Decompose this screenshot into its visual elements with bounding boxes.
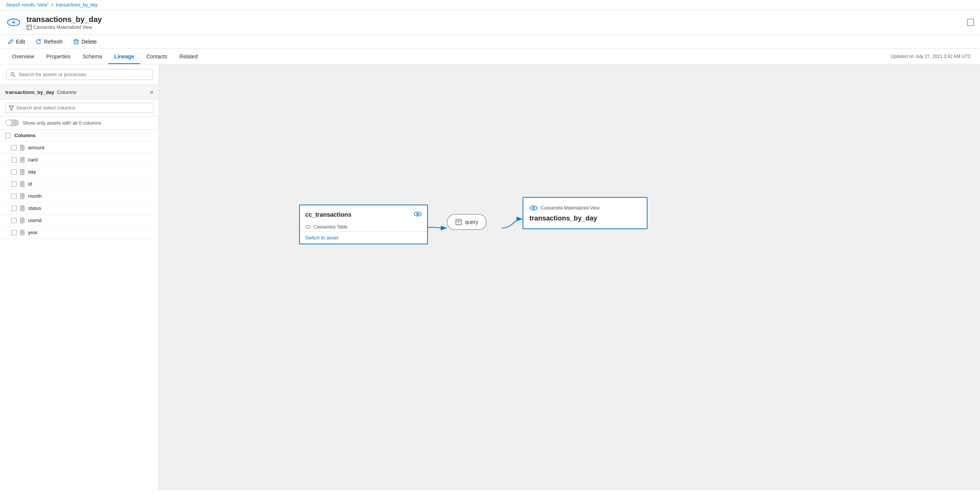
column-rows: amount card day id month status userid <box>0 142 159 239</box>
cassandra-sub-icon <box>305 224 311 230</box>
asset-search-box[interactable] <box>6 69 153 80</box>
page-subtitle: Cassandra Materialized View <box>27 25 962 30</box>
search-icon <box>10 72 16 77</box>
toggle-label: Show only assets with all 0 columns <box>23 120 101 126</box>
breadcrumb-link[interactable]: Search results "view" <box>6 2 49 8</box>
list-item[interactable]: status <box>0 202 159 214</box>
column-checkbox[interactable] <box>11 218 17 223</box>
target-node-logo: Cassandra Materialized View <box>530 204 641 212</box>
target-node: Cassandra Materialized View transactions… <box>523 197 648 229</box>
list-item[interactable]: id <box>0 178 159 190</box>
column-name: year <box>28 229 38 235</box>
last-updated: Updated on July 27, 2021 3:42 AM UTC <box>888 54 974 59</box>
svg-point-11 <box>11 72 14 75</box>
source-node-title: cc_transactions <box>305 211 352 218</box>
collapse-panel-button[interactable]: « <box>150 89 153 96</box>
toggle-row: Show only assets with all 0 columns <box>0 116 159 129</box>
switch-to-asset-button[interactable]: Switch to asset <box>300 232 427 244</box>
column-icon <box>21 230 24 235</box>
svg-point-19 <box>308 226 309 228</box>
column-name: id <box>28 181 32 187</box>
edit-icon <box>8 39 14 45</box>
column-icon <box>21 206 24 211</box>
table-icon <box>27 25 32 30</box>
page-title: transactions_by_day <box>27 15 962 24</box>
svg-point-2 <box>13 22 14 23</box>
list-item[interactable]: month <box>0 190 159 202</box>
svg-line-12 <box>14 75 15 76</box>
filter-icon <box>9 105 14 111</box>
column-checkbox[interactable] <box>11 169 17 175</box>
lineage-arrows <box>159 64 980 490</box>
tab-related[interactable]: Related <box>173 49 204 64</box>
column-checkbox[interactable] <box>11 194 17 199</box>
maximize-button[interactable] <box>967 19 974 26</box>
column-checkbox[interactable] <box>11 157 17 163</box>
column-checkbox[interactable] <box>11 145 17 150</box>
asset-search-input[interactable] <box>19 72 148 77</box>
column-checkbox[interactable] <box>11 206 17 211</box>
tab-properties[interactable]: Properties <box>40 49 76 64</box>
tab-overview[interactable]: Overview <box>6 49 40 64</box>
columns-header-row: Columns <box>0 129 159 142</box>
svg-point-26 <box>533 207 534 208</box>
breadcrumb-current: transactions_by_day <box>56 2 98 8</box>
process-node[interactable]: query <box>447 214 487 230</box>
column-icon <box>21 169 24 175</box>
column-search-input[interactable] <box>16 105 150 111</box>
column-name: card <box>28 157 38 163</box>
list-item[interactable]: amount <box>0 142 159 154</box>
source-node[interactable]: cc_transactions Cassandra Table <box>299 205 428 244</box>
columns-header-checkbox[interactable] <box>5 133 11 138</box>
column-search-box[interactable] <box>5 103 153 113</box>
svg-rect-20 <box>456 219 461 225</box>
toolbar: Edit Refresh Delete <box>0 35 980 49</box>
breadcrumb-separator: > <box>51 2 54 8</box>
list-item[interactable]: day <box>0 166 159 178</box>
header-info: transactions_by_day Cassandra Materializ… <box>27 15 962 30</box>
tabs-bar: Overview Properties Schema Lineage Conta… <box>0 49 980 64</box>
column-icon <box>21 218 24 223</box>
refresh-icon <box>36 39 41 45</box>
list-item[interactable]: card <box>0 154 159 166</box>
column-search-wrapper <box>0 100 159 116</box>
list-item[interactable]: userid <box>0 214 159 226</box>
main-content: transactions_by_day Columns « Show only … <box>0 64 980 490</box>
left-panel: transactions_by_day Columns « Show only … <box>0 64 159 490</box>
list-item[interactable]: year <box>0 226 159 239</box>
svg-point-17 <box>417 214 418 214</box>
target-node-title: transactions_by_day <box>530 214 641 222</box>
page-header: transactions_by_day Cassandra Materializ… <box>0 10 980 35</box>
svg-rect-6 <box>74 40 78 44</box>
target-cassandra-icon <box>530 204 538 212</box>
column-name: month <box>28 193 41 199</box>
column-icon <box>21 157 24 163</box>
columns-panel-header: transactions_by_day Columns « <box>0 85 159 100</box>
edit-button[interactable]: Edit <box>6 38 27 45</box>
column-icon <box>21 182 24 187</box>
refresh-button[interactable]: Refresh <box>34 38 64 45</box>
tab-contacts[interactable]: Contacts <box>140 49 173 64</box>
column-name: status <box>28 206 41 211</box>
columns-panel-title: transactions_by_day Columns <box>5 89 76 95</box>
delete-button[interactable]: Delete <box>72 38 98 45</box>
svg-rect-3 <box>27 25 32 29</box>
show-assets-toggle[interactable] <box>5 120 19 126</box>
column-checkbox[interactable] <box>11 230 17 235</box>
column-name: day <box>28 169 36 175</box>
header-actions <box>967 19 974 26</box>
source-node-eye-button[interactable] <box>414 210 422 219</box>
column-checkbox[interactable] <box>11 182 17 187</box>
svg-marker-13 <box>9 106 14 110</box>
tab-lineage[interactable]: Lineage <box>108 49 140 64</box>
process-icon <box>455 218 462 225</box>
column-icon <box>21 145 24 150</box>
lineage-area: cc_transactions Cassandra Table <box>159 64 980 490</box>
column-icon <box>21 194 24 199</box>
source-node-header: cc_transactions <box>300 206 427 224</box>
cassandra-logo <box>6 15 21 30</box>
lineage-canvas[interactable]: cc_transactions Cassandra Table <box>159 64 980 490</box>
delete-icon <box>73 39 79 45</box>
source-node-subtitle: Cassandra Table <box>300 224 427 232</box>
tab-schema[interactable]: Schema <box>76 49 108 64</box>
